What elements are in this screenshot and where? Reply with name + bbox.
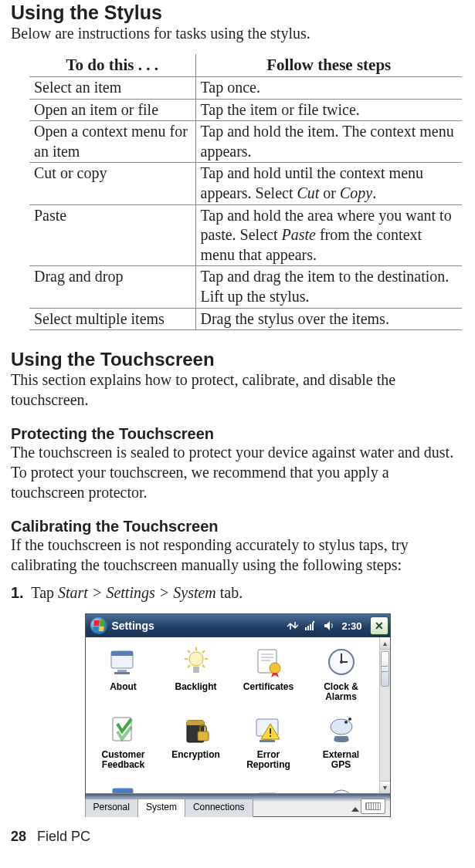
svg-rect-36 <box>270 735 271 737</box>
table-cell: Tap and drag the item to the destination… <box>195 266 462 308</box>
settings-screenshot: Settings 2:30 ✕ About <box>85 613 391 817</box>
svg-rect-3 <box>312 623 314 630</box>
table-cell: Paste <box>29 204 195 266</box>
page-footer: 28Field PC <box>0 829 90 845</box>
svg-line-16 <box>202 650 205 653</box>
table-cell: Tap once. <box>195 77 462 100</box>
app-error-reporting[interactable]: Error Reporting <box>232 711 305 778</box>
certificates-icon <box>250 643 287 681</box>
table-cell: Tap and hold the area where you want to … <box>195 204 462 266</box>
svg-point-39 <box>348 718 351 721</box>
clock: 2:30 <box>341 620 361 632</box>
svg-rect-0 <box>305 627 307 630</box>
touch-intro: This section explains how to protect, ca… <box>11 370 464 410</box>
calibrate-body: If the touchscreen is not responding acc… <box>11 535 464 575</box>
table-cell: Select multiple items <box>29 308 195 330</box>
app-label: About <box>110 682 137 692</box>
app-label: Clock & Alarms <box>324 682 358 702</box>
scroll-down-arrow[interactable]: ▾ <box>380 781 390 793</box>
svg-line-14 <box>188 650 190 653</box>
table-cell: Open an item or file <box>29 99 195 121</box>
tab-personal[interactable]: Personal <box>85 799 138 817</box>
table-cell: Open a context menu for an item <box>29 121 195 163</box>
external-gps-icon <box>323 711 360 748</box>
table-cell: Drag the stylus over the items. <box>195 308 462 330</box>
scrollbar[interactable]: ▴ ▾ <box>379 637 390 793</box>
volume-icon[interactable] <box>323 620 335 632</box>
start-icon[interactable] <box>90 617 107 634</box>
partial-icon-4 <box>323 784 360 793</box>
table-cell: Cut or copy <box>29 163 195 204</box>
app-backlight[interactable]: Backlight <box>160 643 232 710</box>
table-row: Drag and drop Tap and drag the item to t… <box>29 266 462 308</box>
svg-line-15 <box>202 665 205 667</box>
app-label: Backlight <box>175 682 216 692</box>
step-1: 1. Tap Start > Settings > System tab. <box>11 583 464 603</box>
keyboard-icon <box>365 802 381 810</box>
svg-rect-35 <box>270 728 271 734</box>
app-label: Encryption <box>171 750 220 760</box>
app-label: Certificates <box>243 682 293 692</box>
close-button[interactable]: ✕ <box>370 616 388 635</box>
svg-point-4 <box>313 621 314 623</box>
table-row: Select multiple items Drag the stylus ov… <box>29 308 462 330</box>
app-external-gps[interactable]: External GPS <box>305 711 378 778</box>
app-partial[interactable] <box>87 784 160 793</box>
svg-rect-7 <box>117 670 127 672</box>
app-clock-alarms[interactable]: Clock & Alarms <box>305 643 378 710</box>
svg-point-23 <box>270 663 280 674</box>
keyboard-button[interactable] <box>361 799 385 814</box>
svg-rect-2 <box>310 624 311 630</box>
table-row: Open a context menu for an item Tap and … <box>29 121 462 163</box>
signal-icon[interactable] <box>304 620 317 632</box>
heading-using-stylus: Using the Stylus <box>11 2 464 24</box>
app-customer-feedback[interactable]: Customer Feedback <box>87 711 160 778</box>
partial-icon-1 <box>105 784 142 793</box>
scroll-thumb[interactable] <box>381 651 389 687</box>
app-encryption[interactable]: Encryption <box>160 711 232 778</box>
svg-point-27 <box>340 660 343 664</box>
heading-using-touchscreen: Using the Touchscreen <box>11 349 464 370</box>
connectivity-icon[interactable] <box>286 620 298 632</box>
table-row: Cut or copy Tap and hold until the conte… <box>29 163 462 204</box>
encryption-icon <box>178 711 215 748</box>
svg-point-9 <box>189 652 203 666</box>
scroll-up-arrow[interactable]: ▴ <box>380 637 390 650</box>
app-about[interactable]: About <box>87 643 160 710</box>
stylus-table: To do this . . . Follow these steps Sele… <box>29 54 462 330</box>
table-header-right: Follow these steps <box>195 54 462 77</box>
error-reporting-icon <box>250 711 287 748</box>
sip-arrow-icon[interactable] <box>351 807 359 812</box>
svg-point-37 <box>331 719 352 735</box>
partial-icon-2 <box>178 784 215 793</box>
intro-stylus: Below are instructions for tasks using t… <box>11 24 464 43</box>
svg-line-17 <box>188 665 190 667</box>
table-header-left: To do this . . . <box>29 54 195 77</box>
table-cell: Select an item <box>29 77 195 100</box>
app-partial[interactable] <box>305 784 378 793</box>
about-icon <box>105 643 142 681</box>
tab-system[interactable]: System <box>137 799 185 817</box>
window-title: Settings <box>112 620 154 632</box>
svg-rect-8 <box>114 672 130 674</box>
table-cell: Tap and hold the item. The context menu … <box>195 121 462 163</box>
svg-rect-6 <box>111 651 133 656</box>
app-label: Error Reporting <box>246 750 290 770</box>
tab-bar: Personal System Connections <box>86 793 390 816</box>
customer-feedback-icon <box>105 711 142 748</box>
table-cell: Tap and hold until the context menu appe… <box>195 163 462 204</box>
table-row: Paste Tap and hold the area where you wa… <box>29 204 462 266</box>
app-certificates[interactable]: Certificates <box>232 643 305 710</box>
heading-protecting: Protecting the Touchscreen <box>11 425 464 443</box>
step-number: 1. <box>11 584 24 601</box>
titlebar: Settings 2:30 ✕ <box>86 614 390 637</box>
svg-rect-34 <box>260 740 275 742</box>
app-partial[interactable] <box>232 784 305 793</box>
svg-rect-31 <box>198 731 209 741</box>
svg-rect-1 <box>307 626 309 630</box>
clock-icon <box>323 643 360 681</box>
svg-rect-30 <box>187 721 204 725</box>
heading-calibrating: Calibrating the Touchscreen <box>11 518 464 535</box>
tab-connections[interactable]: Connections <box>185 799 253 817</box>
app-partial[interactable] <box>160 784 232 793</box>
